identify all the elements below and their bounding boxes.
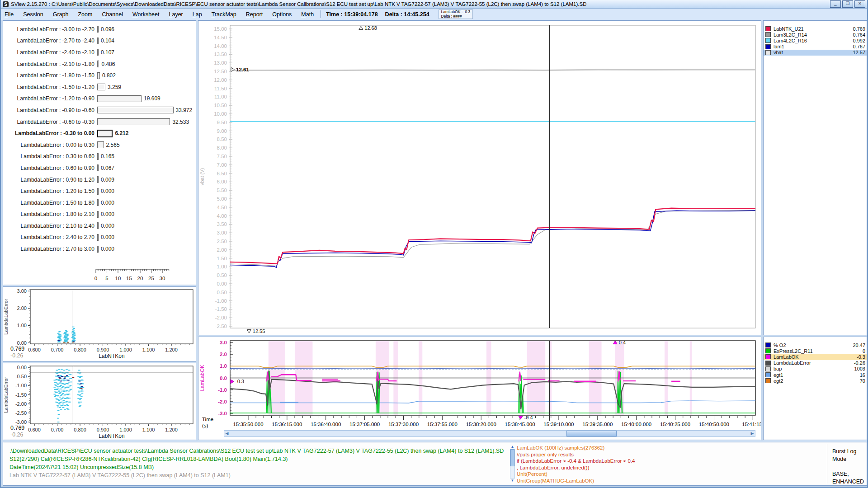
legend-row-expressl2c-r11[interactable]: ExPressL2C_R110 [764, 348, 867, 354]
restore-button[interactable]: ❐ [842, 0, 853, 8]
histogram-row[interactable]: LambdaLabError : -0.90 to -0.6033.972 [3, 104, 196, 116]
scatter-point [68, 391, 70, 392]
histogram-row[interactable]: LambdaLabError : 0.90 to 1.200.009 [3, 174, 196, 186]
scatter-point [79, 381, 81, 382]
histogram-row[interactable]: LambdaLabError : -0.30 to 0.006.212 [3, 127, 196, 139]
scroll-right-icon[interactable]: ▶ [750, 431, 755, 436]
histogram-row[interactable]: LambdaLabError : 1.50 to 1.800.000 [3, 197, 196, 209]
histogram-row[interactable]: LambdaLabError : -2.70 to -2.400.104 [3, 35, 196, 47]
scatter-point [58, 377, 61, 378]
scatter-point [78, 380, 80, 380]
histogram-row[interactable]: LambdaLabError : -1.20 to -0.9019.609 [3, 93, 196, 105]
minimize-button[interactable]: _ [830, 0, 841, 8]
channel-value: 0.992 [853, 38, 865, 43]
scatter-point [80, 402, 82, 403]
scatter-point [81, 386, 83, 387]
code-line: UnitGroup(MATHUG-LamLabOK) [517, 478, 635, 484]
lower-chart-plot[interactable]: 3.02.01.00.0-1.0-2.0-3.0LamLabOK15:35:50… [198, 337, 761, 428]
scatter-point [81, 389, 83, 390]
bin-value: 32.533 [172, 119, 189, 125]
histogram-row[interactable]: LambdaLabError : 0.30 to 0.600.165 [3, 151, 196, 163]
histogram-row[interactable]: LambdaLabError : -1.50 to -1.203.259 [3, 81, 196, 93]
log-mode-value: BASE, ENHANCED [832, 470, 867, 486]
scatter-point [63, 400, 65, 401]
scatter-point [63, 380, 66, 381]
scatter-point [60, 385, 62, 386]
menu-item-channel[interactable]: Channel [102, 11, 123, 18]
scrollbar-thumb[interactable] [510, 449, 514, 466]
scatter-top-plot[interactable]: 0.001.002.003.000.6000.7000.8000.9001.00… [3, 287, 196, 361]
legend-row-vbat[interactable]: vbat12.57 [764, 50, 867, 56]
menu-item-options[interactable]: Options [272, 11, 292, 18]
time-scrollbar[interactable]: ◀ ▶ [224, 430, 755, 437]
bin-value: 33.972 [176, 107, 193, 113]
menu-item-report[interactable]: Report [246, 11, 263, 18]
scatter-point [58, 400, 61, 401]
legend-row-egt2[interactable]: egt270 [764, 378, 867, 384]
scatter-point [68, 382, 71, 383]
scatter-bottom-plot[interactable]: 0.00-0.50-1.00-1.50-2.00-2.50-3.000.6000… [3, 363, 196, 440]
menu: FileSessionGraphZoomChannelWorksheetLaye… [5, 11, 314, 18]
scatter-point [67, 409, 70, 410]
svg-text:14.50: 14.50 [214, 35, 227, 40]
legend-row-lam3l2c-r14[interactable]: Lam3L2C_R140.764 [764, 32, 867, 38]
legend-row-lambdalaberror[interactable]: LambdaLabError-0.26 [764, 360, 867, 366]
scatter-point [56, 383, 58, 384]
bin-bar [97, 72, 100, 79]
menu-item-math[interactable]: Math [301, 11, 314, 18]
menu-item-layer[interactable]: Layer [169, 11, 183, 18]
main-chart-plot[interactable]: 15.0014.5014.0013.5013.0012.5012.0011.50… [198, 21, 761, 335]
histogram-row[interactable]: LambdaLabError : -3.00 to -2.700.096 [3, 23, 196, 35]
cursor-x-value: 0.769 [10, 346, 24, 352]
histogram-row[interactable]: LambdaLabError : -1.80 to -1.500.802 [3, 70, 196, 81]
histogram-row[interactable]: LambdaLabError : 0.00 to 0.302.565 [3, 139, 196, 151]
legend-row-labntk-u21[interactable]: LabNTK_U210.769 [764, 26, 867, 32]
code-scrollbar[interactable]: ▲ ▼ [510, 445, 515, 483]
scatter-point [60, 409, 62, 410]
histogram-row[interactable]: LambdaLabError : 1.20 to 1.500.000 [3, 185, 196, 197]
channel-color-swatch [765, 50, 771, 55]
scatter-point [58, 369, 61, 370]
histogram-row[interactable]: LambdaLabError : -2.40 to -2.100.107 [3, 47, 196, 58]
histogram-row[interactable]: LambdaLabError : 2.10 to 2.400.000 [3, 220, 196, 232]
menu-item-file[interactable]: File [5, 11, 14, 18]
legend-row-lamlabok[interactable]: LamLabOK-0.3 [764, 354, 867, 360]
menu-item-lap[interactable]: Lap [193, 11, 202, 18]
histogram-row[interactable]: LambdaLabError : 1.80 to 2.100.000 [3, 209, 196, 221]
bin-bar [97, 176, 99, 183]
scatter-point [60, 381, 62, 382]
scroll-up-icon[interactable]: ▲ [510, 445, 515, 449]
close-button[interactable]: ✕ [854, 0, 865, 8]
legend-row--o2[interactable]: % O220.47 [764, 342, 867, 348]
scroll-left-icon[interactable]: ◀ [224, 431, 230, 436]
scatter-point [80, 387, 82, 388]
menu-item-worksheet[interactable]: Worksheet [132, 11, 160, 18]
legend-row-lam4l2c-r16[interactable]: Lam4L2C_R160.992 [764, 38, 867, 43]
legend-row-lam1[interactable]: lam10.767 [764, 44, 867, 50]
svg-text:1.200: 1.200 [165, 427, 178, 432]
scatter-point [57, 340, 59, 341]
menu-item-session[interactable]: Session [23, 11, 43, 18]
scatter-point [62, 404, 64, 404]
svg-text:11.50: 11.50 [214, 86, 227, 91]
titlebar[interactable]: S SView 2.15.270 : C:\Users\Public\Docum… [1, 0, 867, 9]
histogram-row[interactable]: LambdaLabError : -2.10 to -1.800.486 [3, 58, 196, 70]
histogram-row[interactable]: LambdaLabError : 2.40 to 2.700.000 [3, 232, 196, 244]
time-tick-label: 15:36:15.000 [272, 422, 302, 427]
menu-item-graph[interactable]: Graph [53, 11, 69, 18]
legend-row-bap[interactable]: bap1003 [764, 366, 867, 372]
code-line: Unit(Percent) [517, 471, 635, 478]
scatter-point [79, 377, 81, 378]
scatter-point [59, 336, 61, 337]
histogram-row[interactable]: LambdaLabError : 0.60 to 0.900.067 [3, 162, 196, 174]
histogram-row[interactable]: LambdaLabError : 2.70 to 3.000.000 [3, 243, 196, 255]
scrollbar-thumb[interactable] [566, 431, 616, 436]
menu-item-zoom[interactable]: Zoom [78, 11, 92, 18]
svg-text:-0.4: -0.4 [524, 415, 533, 420]
time-tick-label: 15:38:45.000 [505, 422, 535, 427]
scroll-down-icon[interactable]: ▼ [510, 479, 515, 483]
legend-row-egt1[interactable]: egt116 [764, 372, 867, 378]
histogram-row[interactable]: LambdaLabError : -0.60 to -0.3032.533 [3, 116, 196, 128]
scatter-point [73, 328, 75, 329]
menu-item-trackmap[interactable]: TrackMap [212, 11, 236, 18]
